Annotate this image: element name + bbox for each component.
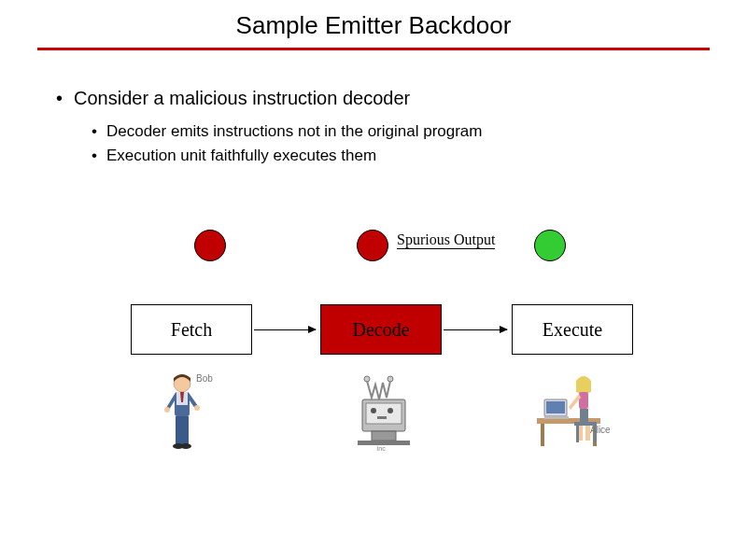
svg-rect-5 [176, 416, 182, 444]
svg-rect-26 [579, 392, 588, 409]
bob-figure-icon [149, 369, 233, 471]
svg-rect-10 [366, 403, 402, 424]
svg-rect-24 [544, 416, 569, 419]
bullet-dot: • [56, 88, 63, 109]
svg-text:Inc: Inc [376, 445, 386, 452]
execute-box: Execute [512, 304, 633, 355]
alice-figure-icon [528, 371, 612, 474]
bullet-text: Execution unit faithfully executes them [106, 147, 376, 165]
svg-point-8 [180, 443, 191, 449]
box-label: Execute [543, 319, 602, 341]
svg-rect-20 [541, 424, 544, 446]
arrow-decode-to-execute [444, 329, 507, 330]
content-area: • Consider a malicious instruction decod… [0, 50, 747, 165]
svg-point-4 [194, 405, 200, 411]
svg-point-16 [388, 376, 393, 382]
bullet-level1: • Consider a malicious instruction decod… [56, 88, 691, 109]
bullet-dot: • [92, 147, 97, 165]
machine-figure-icon: Inc [344, 371, 428, 474]
arrow-fetch-to-decode [254, 329, 316, 330]
title-area: Sample Emitter Backdoor [0, 0, 747, 40]
svg-rect-23 [546, 401, 565, 413]
box-label: Fetch [171, 319, 212, 341]
svg-rect-27 [580, 409, 588, 424]
spurious-output-label: Spurious Output [397, 231, 495, 249]
bullet-text: Consider a malicious instruction decoder [74, 88, 410, 109]
svg-rect-14 [372, 431, 396, 441]
signal-circle-red [357, 230, 388, 261]
svg-rect-13 [377, 416, 387, 419]
decode-box: Decode [320, 304, 442, 355]
bullet-dot: • [92, 122, 97, 141]
svg-rect-31 [576, 426, 579, 442]
svg-point-15 [364, 376, 370, 382]
svg-point-3 [164, 407, 170, 413]
signal-circle-green [534, 230, 566, 261]
bullet-text: Decoder emits instructions not in the or… [106, 122, 483, 141]
fetch-box: Fetch [131, 304, 252, 355]
bullet-level2: • Execution unit faithfully executes the… [92, 147, 691, 165]
alice-label: Alice [590, 425, 611, 435]
svg-point-11 [371, 408, 376, 413]
bob-label: Bob [196, 373, 213, 384]
svg-point-12 [388, 408, 393, 413]
signal-circle-red [194, 230, 226, 261]
bullet-level2: • Decoder emits instructions not in the … [92, 122, 691, 141]
box-label: Decode [352, 319, 409, 341]
svg-rect-6 [182, 416, 189, 444]
page-title: Sample Emitter Backdoor [0, 11, 747, 40]
diagram: Spurious Output Fetch Decode Execute Bob [0, 215, 747, 532]
